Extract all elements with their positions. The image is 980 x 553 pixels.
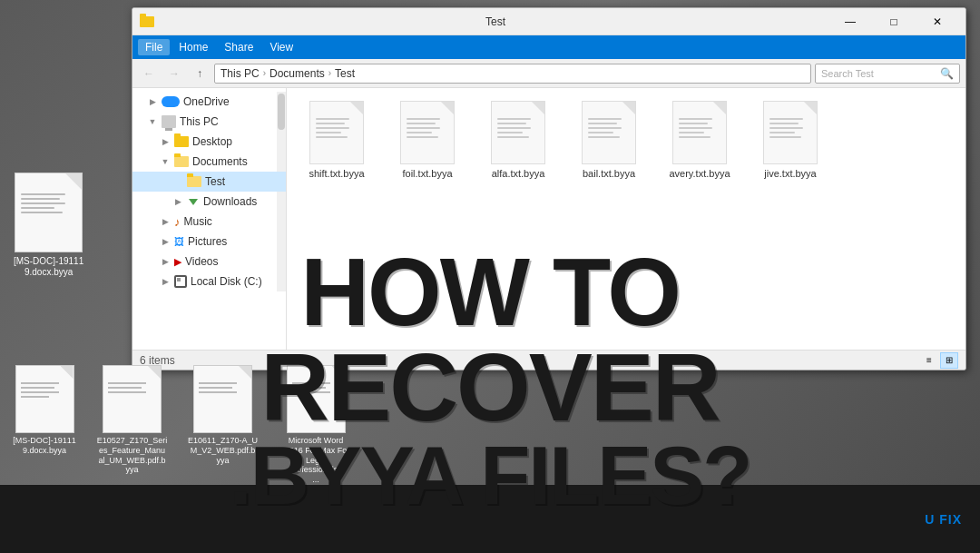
file-line xyxy=(407,118,440,120)
sidebar-item-pictures[interactable]: ▶ 🖼 Pictures xyxy=(132,232,286,252)
file-item-1[interactable]: foil.txt.byya xyxy=(387,97,468,183)
left-doc-icon xyxy=(15,173,83,252)
view-details-button[interactable]: ≡ xyxy=(920,352,938,369)
bottom-file-icon-4 xyxy=(287,365,346,433)
doc-line-1 xyxy=(21,193,65,195)
window-title: Test xyxy=(162,15,829,28)
tree-toggle-music: ▶ xyxy=(160,217,171,226)
sidebar-item-desktop[interactable]: ▶ Desktop xyxy=(132,132,286,152)
bottom-file-4[interactable]: Microsoft Word 2016 For Max Fo Legal Pro… xyxy=(270,365,361,485)
sidebar-label-downloads: Downloads xyxy=(203,195,257,208)
close-button[interactable]: ✕ xyxy=(916,8,958,35)
doc-line-5 xyxy=(21,212,63,213)
menu-share[interactable]: Share xyxy=(217,39,260,55)
explorer-window: Test — □ ✕ File Home Share View ← → ↑ Th… xyxy=(132,7,966,370)
file-line xyxy=(21,396,50,398)
bottom-file-2[interactable]: E10527_Z170_Seri es_Feature_Manu al_UM_W… xyxy=(89,365,175,485)
sidebar-item-localdisk[interactable]: ▶ Local Disk (C:) xyxy=(132,272,286,291)
file-line xyxy=(21,382,59,384)
sidebar-item-test[interactable]: Test xyxy=(132,172,286,192)
sidebar-item-videos[interactable]: ▶ ▶ Videos xyxy=(132,252,286,272)
file-line xyxy=(497,123,526,124)
minimize-button[interactable]: — xyxy=(829,8,871,35)
brand-prefix: U xyxy=(925,512,935,527)
breadcrumb-sep1: › xyxy=(263,68,266,78)
forward-button[interactable]: → xyxy=(163,63,185,84)
sidebar-item-documents[interactable]: ▼ Documents xyxy=(132,152,286,172)
sidebar-label-videos: Videos xyxy=(185,255,218,268)
file-fold-1 xyxy=(61,366,74,379)
explorer-body: ▶ OneDrive ▼ This PC ▶ Desktop ▼ xyxy=(132,88,965,350)
bottom-file-name-4: Microsoft Word 2016 For Max Fo Legal Pro… xyxy=(285,436,348,485)
bottom-file-icon-1 xyxy=(15,365,74,433)
file-line xyxy=(407,123,436,124)
file-line xyxy=(21,391,59,393)
sidebar-item-music[interactable]: ▶ ♪ Music xyxy=(132,212,286,232)
menu-view[interactable]: View xyxy=(262,39,300,55)
file-lines-4 xyxy=(292,382,340,396)
file-line xyxy=(199,382,237,384)
tree-toggle-onedrive: ▶ xyxy=(147,97,158,106)
videos-icon: ▶ xyxy=(174,256,181,268)
file-line xyxy=(108,387,142,389)
address-box[interactable]: This PC › Documents › Test xyxy=(214,64,811,84)
file-line xyxy=(497,127,531,129)
file-line xyxy=(497,136,529,138)
file-fold-4 xyxy=(332,366,345,379)
back-button[interactable]: ← xyxy=(138,63,160,84)
file-line xyxy=(316,123,345,124)
file-fold-0 xyxy=(350,102,363,114)
breadcrumb: This PC › Documents › Test xyxy=(220,67,355,80)
file-line xyxy=(769,136,801,138)
file-name-4: avery.txt.byya xyxy=(669,168,730,180)
file-item-5[interactable]: jive.txt.byya xyxy=(750,97,831,183)
file-line xyxy=(679,123,708,124)
bottom-file-1[interactable]: [MS-DOC]-19111 9.docx.byya xyxy=(5,365,84,485)
sidebar-label-localdisk: Local Disk (C:) xyxy=(191,275,262,288)
menu-file[interactable]: File xyxy=(138,39,170,55)
file-item-0[interactable]: shift.txt.byya xyxy=(296,97,377,183)
menu-home[interactable]: Home xyxy=(172,39,215,55)
pc-icon xyxy=(162,115,176,128)
bottom-file-3[interactable]: E10611_Z170-A_U M_V2_WEB.pdf.b yya xyxy=(180,365,266,485)
tree-toggle-downloads: ▶ xyxy=(172,197,183,206)
tree-toggle-thispc: ▼ xyxy=(147,117,158,126)
file-item-4[interactable]: avery.txt.byya xyxy=(659,97,740,183)
file-fold-2 xyxy=(532,102,544,114)
breadcrumb-sep2: › xyxy=(328,68,331,78)
breadcrumb-thispc: This PC xyxy=(220,67,260,80)
tree-toggle-pictures: ▶ xyxy=(160,237,171,246)
sidebar-item-onedrive[interactable]: ▶ OneDrive xyxy=(132,92,286,112)
file-icon-0 xyxy=(309,101,364,164)
file-item-2[interactable]: alfa.txt.byya xyxy=(477,97,559,183)
file-icon-lines-3 xyxy=(588,118,630,138)
search-box[interactable]: Search Test 🔍 xyxy=(815,64,960,84)
disk-icon xyxy=(174,275,187,288)
file-line xyxy=(316,127,349,129)
tree-toggle-documents: ▼ xyxy=(160,157,171,166)
file-line xyxy=(407,127,440,129)
view-icons: ≡ ⊞ xyxy=(920,352,958,369)
menu-bar: File Home Share View xyxy=(132,35,965,59)
brand-logo: U FIX xyxy=(925,512,962,527)
file-fold-3 xyxy=(622,102,635,114)
up-button[interactable]: ↑ xyxy=(189,63,211,84)
sidebar-item-thispc[interactable]: ▼ This PC xyxy=(132,112,286,132)
file-fold-2 xyxy=(148,366,161,379)
breadcrumb-documents: Documents xyxy=(270,67,325,80)
file-line xyxy=(497,118,531,120)
sidebar-label-music: Music xyxy=(184,215,212,228)
downloads-icon xyxy=(187,195,200,208)
bottom-file-name-3: E10611_Z170-A_U M_V2_WEB.pdf.b yya xyxy=(188,436,258,465)
file-icon-5 xyxy=(763,101,818,164)
file-line xyxy=(588,127,622,129)
file-item-3[interactable]: bail.txt.byya xyxy=(568,97,650,183)
maximize-button[interactable]: □ xyxy=(873,8,915,35)
sidebar-item-downloads[interactable]: ▶ Downloads xyxy=(132,192,286,212)
file-lines-1 xyxy=(21,382,69,400)
file-line xyxy=(292,387,326,389)
view-large-icons-button[interactable]: ⊞ xyxy=(940,352,958,369)
sidebar: ▶ OneDrive ▼ This PC ▶ Desktop ▼ xyxy=(132,88,287,350)
brand-suffix: FIX xyxy=(939,512,962,527)
file-icon-lines-1 xyxy=(407,118,448,138)
